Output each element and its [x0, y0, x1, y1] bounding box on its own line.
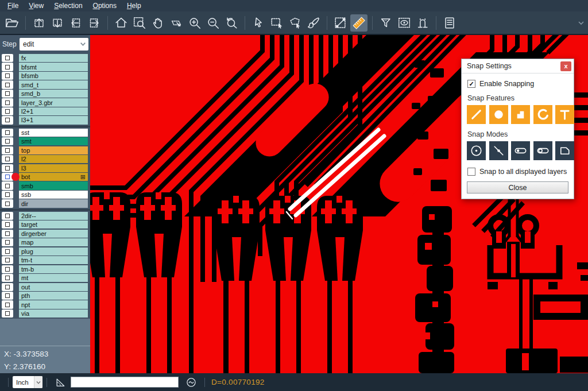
- layer-name[interactable]: bfsmt: [19, 63, 88, 71]
- layer-name[interactable]: via: [19, 309, 88, 318]
- home-button[interactable]: [113, 14, 130, 32]
- select-arrow-button[interactable]: [250, 14, 267, 32]
- unit-select[interactable]: Inch: [13, 376, 42, 388]
- layer-name[interactable]: ssb: [19, 191, 88, 199]
- report-button[interactable]: [441, 14, 458, 32]
- layer-checkbox[interactable]: [2, 72, 13, 80]
- layer-checkbox[interactable]: [2, 265, 13, 273]
- layer-name[interactable]: layer_3.gbr: [19, 98, 88, 106]
- layer-checkbox[interactable]: [2, 238, 13, 246]
- layer-checkbox[interactable]: [2, 283, 13, 291]
- measure-input[interactable]: [71, 377, 179, 388]
- layer-checkbox[interactable]: [2, 116, 13, 124]
- layer-checkbox[interactable]: [2, 129, 13, 137]
- outline-snap-mode-button[interactable]: [555, 141, 574, 160]
- layer-name[interactable]: mt: [19, 274, 88, 282]
- layer-name[interactable]: sst: [19, 129, 88, 137]
- layer-checkbox[interactable]: [2, 137, 13, 145]
- layer-name[interactable]: l3+1: [19, 116, 88, 124]
- layer-name[interactable]: 2dir--: [19, 212, 88, 220]
- layer-checkbox[interactable]: [2, 181, 13, 189]
- layer-name[interactable]: smb: [19, 181, 88, 189]
- pcb-canvas[interactable]: Snap Settings x ✓ Enable Snapping Snap F…: [90, 35, 588, 373]
- step-select[interactable]: edit: [20, 38, 88, 51]
- layer-name[interactable]: fx: [19, 54, 88, 62]
- layer-checkbox[interactable]: [2, 80, 13, 88]
- pan-down-button[interactable]: [49, 14, 66, 32]
- pan-up-button[interactable]: [30, 14, 48, 32]
- slot-end-snap-mode-button[interactable]: [511, 141, 530, 160]
- layer-name[interactable]: bot⊞: [19, 173, 88, 181]
- layer-checkbox[interactable]: [2, 191, 13, 199]
- chevron-down-icon[interactable]: [577, 18, 586, 30]
- layer-checkbox[interactable]: [2, 98, 13, 106]
- point-on-line-snap-mode-button[interactable]: [489, 141, 508, 160]
- close-button[interactable]: Close: [467, 181, 568, 193]
- layer-checkbox[interactable]: [2, 107, 13, 115]
- layer-checkbox[interactable]: [2, 54, 13, 62]
- close-icon[interactable]: x: [560, 61, 571, 71]
- layer-name[interactable]: tm-b: [19, 265, 88, 273]
- zoom-area-button[interactable]: [131, 14, 148, 32]
- layer-name[interactable]: dirgerber: [19, 230, 88, 238]
- layer-checkbox[interactable]: [2, 274, 13, 282]
- layer-name[interactable]: map: [19, 238, 88, 246]
- layer-checkbox[interactable]: [2, 247, 13, 255]
- pad-snap-feature-button[interactable]: [489, 105, 508, 124]
- angle-measure-icon[interactable]: [53, 375, 67, 389]
- ruler-button[interactable]: [350, 14, 368, 32]
- slot-center-snap-mode-button[interactable]: [533, 141, 552, 160]
- snap-magnet-button[interactable]: [414, 14, 431, 32]
- cycle-selection-icon[interactable]: [184, 375, 198, 389]
- layer-checkbox[interactable]: [2, 199, 13, 207]
- layer-checkbox[interactable]: [2, 309, 13, 318]
- zoom-previous-button[interactable]: [223, 14, 240, 32]
- menu-item-selection[interactable]: Selection: [49, 2, 87, 10]
- center-snap-mode-button[interactable]: [467, 141, 486, 160]
- layer-name[interactable]: smd_b: [19, 90, 88, 98]
- layer-name[interactable]: out: [19, 283, 88, 291]
- pan-hand-button[interactable]: [149, 14, 167, 32]
- view-area-button[interactable]: [396, 14, 413, 32]
- grid-icon[interactable]: ⊞: [80, 174, 86, 180]
- layer-checkbox[interactable]: [2, 220, 13, 229]
- layer-name[interactable]: tm-t: [19, 256, 88, 264]
- snap-all-layers-checkbox[interactable]: [467, 168, 475, 176]
- line-snap-feature-button[interactable]: [467, 105, 486, 124]
- layer-checkbox[interactable]: [2, 63, 13, 71]
- pan-right-button[interactable]: [86, 14, 103, 32]
- layer-checkbox[interactable]: [2, 256, 13, 264]
- layer-name[interactable]: dir: [19, 199, 88, 207]
- filter-button[interactable]: [377, 14, 394, 32]
- layer-checkbox[interactable]: [2, 230, 13, 238]
- select-rectangle-button[interactable]: [268, 14, 285, 32]
- layer-name[interactable]: smd_t: [19, 80, 88, 88]
- layer-checkbox[interactable]: [2, 292, 13, 300]
- layer-checkbox[interactable]: [2, 146, 13, 154]
- brush-button[interactable]: [305, 14, 322, 32]
- layer-name[interactable]: smt: [19, 137, 88, 145]
- layer-name[interactable]: target: [19, 220, 88, 229]
- layer-name[interactable]: npt: [19, 300, 88, 308]
- menu-item-help[interactable]: Help: [122, 2, 146, 10]
- open-folder-button[interactable]: [3, 14, 21, 32]
- surface-snap-feature-button[interactable]: [511, 105, 530, 124]
- layer-name[interactable]: plug: [19, 247, 88, 255]
- menu-item-options[interactable]: Options: [88, 2, 122, 10]
- pan-left-button[interactable]: [67, 14, 84, 32]
- zoom-out-button[interactable]: [204, 14, 222, 32]
- layer-name[interactable]: l2+1: [19, 107, 88, 115]
- layer-name[interactable]: l3: [19, 164, 88, 172]
- layer-name[interactable]: bfsmb: [19, 72, 88, 80]
- menu-item-view[interactable]: View: [24, 2, 49, 10]
- layer-checkbox[interactable]: [2, 212, 13, 220]
- layer-checkbox[interactable]: [2, 155, 13, 163]
- text-snap-feature-button[interactable]: [555, 105, 574, 124]
- select-polygon-button[interactable]: [287, 14, 304, 32]
- layer-name[interactable]: l2: [19, 155, 88, 163]
- layer-name[interactable]: top: [19, 146, 88, 154]
- layer-name[interactable]: pth: [19, 292, 88, 300]
- layer-checkbox[interactable]: [2, 300, 13, 308]
- arc-snap-feature-button[interactable]: [533, 105, 552, 124]
- zoom-in-button[interactable]: [186, 14, 203, 32]
